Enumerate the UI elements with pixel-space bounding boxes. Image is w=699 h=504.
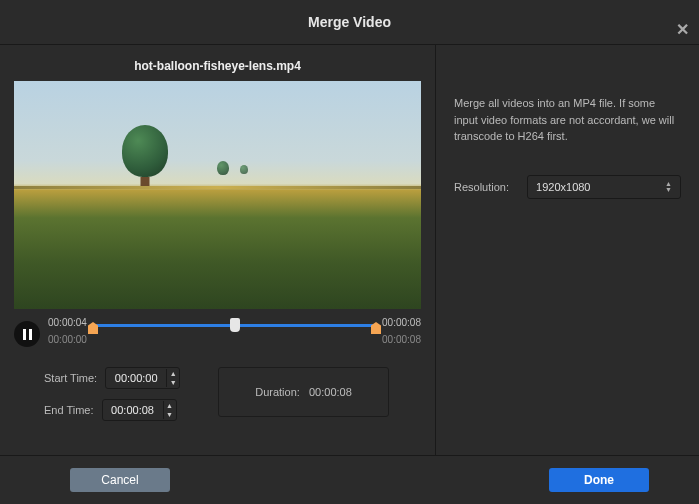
pause-button[interactable] xyxy=(14,321,40,347)
time-editors: Start Time: ▲▼ End Time: ▲▼ Duration: xyxy=(44,367,421,421)
chevron-up-icon[interactable]: ▲ xyxy=(167,369,179,378)
duration-label: Duration: xyxy=(255,386,300,398)
horizon-decor xyxy=(14,186,421,189)
end-time-label: End Time: xyxy=(44,404,94,416)
balloon-decor xyxy=(122,125,168,177)
start-time-input[interactable] xyxy=(106,371,166,385)
dialog-header: Merge Video ✕ xyxy=(0,0,699,45)
balloon-decor xyxy=(240,165,248,174)
chevron-down-icon[interactable]: ▼ xyxy=(167,378,179,387)
full-start-time: 00:00:00 xyxy=(48,334,87,345)
playhead[interactable] xyxy=(230,318,240,332)
resolution-value: 1920x1080 xyxy=(536,181,590,193)
chevron-down-icon[interactable]: ▼ xyxy=(164,410,176,419)
trim-handle-left[interactable] xyxy=(88,322,98,334)
start-time-stepper[interactable]: ▲▼ xyxy=(105,367,180,389)
dialog-title: Merge Video xyxy=(308,14,391,30)
playback-controls: 00:00:04 00:00:08 00:00:00 00:00:08 xyxy=(14,319,421,349)
right-panel: Merge all videos into an MP4 file. If so… xyxy=(436,45,699,456)
resolution-select[interactable]: 1920x1080 ▲▼ xyxy=(527,175,681,199)
dialog-footer: Cancel Done xyxy=(0,455,699,504)
dialog-body: hot-balloon-fisheye-lens.mp4 00:00:04 00… xyxy=(0,45,699,456)
end-time-stepper[interactable]: ▲▼ xyxy=(102,399,177,421)
chevron-up-icon[interactable]: ▲ xyxy=(164,401,176,410)
file-name: hot-balloon-fisheye-lens.mp4 xyxy=(0,45,435,81)
trim-handle-right[interactable] xyxy=(371,322,381,334)
left-panel: hot-balloon-fisheye-lens.mp4 00:00:04 00… xyxy=(0,45,435,456)
trim-slider[interactable]: 00:00:04 00:00:08 00:00:00 00:00:08 xyxy=(48,319,421,349)
end-time-input[interactable] xyxy=(103,403,163,417)
done-button[interactable]: Done xyxy=(549,468,649,492)
duration-value: 00:00:08 xyxy=(309,386,352,398)
resolution-label: Resolution: xyxy=(454,181,509,193)
select-arrows-icon: ▲▼ xyxy=(665,181,672,193)
balloon-decor xyxy=(217,161,229,175)
trim-track[interactable] xyxy=(93,324,376,327)
trim-end-time: 00:00:08 xyxy=(382,317,421,328)
start-time-label: Start Time: xyxy=(44,372,97,384)
video-preview[interactable] xyxy=(14,81,421,309)
duration-box: Duration: 00:00:08 xyxy=(218,367,389,417)
pause-icon xyxy=(23,329,32,340)
cancel-button[interactable]: Cancel xyxy=(70,468,170,492)
trim-start-time: 00:00:04 xyxy=(48,317,87,328)
full-end-time: 00:00:08 xyxy=(382,334,421,345)
merge-info-text: Merge all videos into an MP4 file. If so… xyxy=(454,95,681,145)
